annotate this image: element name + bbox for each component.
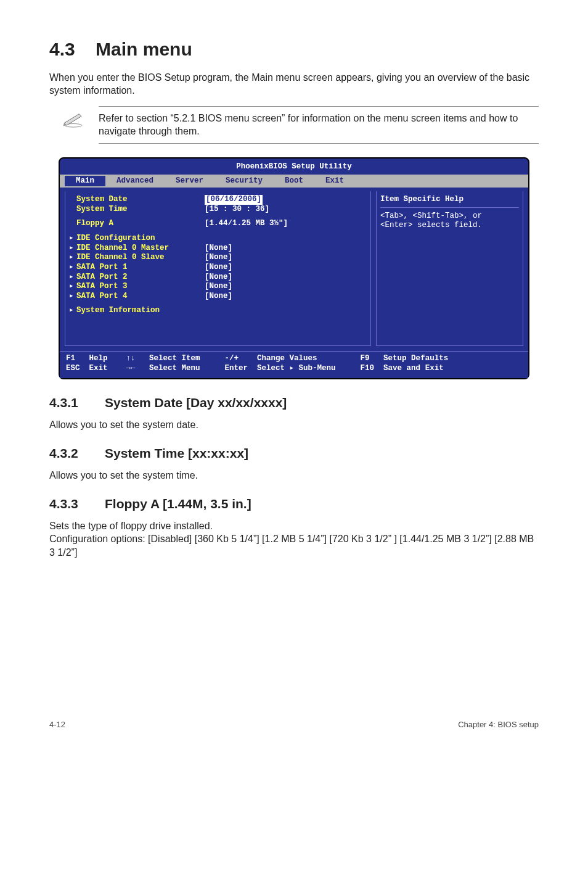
menu-tab-advanced[interactable]: Advanced bbox=[105, 176, 165, 187]
field-label[interactable]: SATA Port 1 bbox=[69, 263, 205, 273]
field-value[interactable]: [06/16/2006] bbox=[205, 195, 263, 205]
note-block: Refer to section “5.2.1 BIOS menu screen… bbox=[99, 106, 539, 144]
bios-key-bar: F1 Help ↑↓ Select Item ESC Exit →← Selec… bbox=[60, 351, 528, 378]
subsection-title: System Time [xx:xx:xx] bbox=[105, 446, 248, 460]
bios-help-panel: Item Specific Help <Tab>, <Shift-Tab>, o… bbox=[376, 191, 523, 346]
subsection-heading: 4.3.1System Date [Day xx/xx/xxxx] bbox=[49, 394, 539, 411]
section-heading: 4.3 Main menu bbox=[49, 37, 539, 62]
subsection-heading: 4.3.3Floppy A [1.44M, 3.5 in.] bbox=[49, 495, 539, 513]
menu-tab-boot[interactable]: Boot bbox=[274, 176, 314, 187]
menu-tab-server[interactable]: Server bbox=[165, 176, 214, 187]
field-value[interactable]: [None] bbox=[205, 244, 232, 254]
field-value[interactable]: [None] bbox=[205, 282, 232, 292]
menu-tab-main[interactable]: Main bbox=[65, 176, 105, 187]
section-number: 4.3 bbox=[49, 39, 75, 59]
subsection-title: Floppy A [1.44M, 3.5 in.] bbox=[105, 497, 251, 511]
field-value[interactable]: [None] bbox=[205, 263, 232, 273]
menu-tab-exit[interactable]: Exit bbox=[314, 176, 355, 187]
field-label[interactable]: Floppy A bbox=[69, 219, 205, 229]
field-label[interactable]: SATA Port 3 bbox=[69, 282, 205, 292]
field-label[interactable]: System Date bbox=[69, 195, 205, 205]
note-text: Refer to section “5.2.1 BIOS menu screen… bbox=[99, 112, 539, 138]
page-number: 4-12 bbox=[49, 719, 65, 730]
field-value[interactable]: [None] bbox=[205, 292, 232, 302]
intro-paragraph: When you enter the BIOS Setup program, t… bbox=[49, 71, 539, 97]
field-label[interactable]: System Time bbox=[69, 205, 205, 215]
field-label[interactable]: System Information bbox=[69, 306, 205, 316]
subsection-title: System Date [Day xx/xx/xxxx] bbox=[105, 395, 287, 410]
key-col-3: F9 Setup Defaults F10 Save and Exit bbox=[361, 354, 449, 373]
subsection-body: Allows you to set the system date. bbox=[49, 418, 539, 432]
chapter-label: Chapter 4: BIOS setup bbox=[458, 719, 539, 730]
field-label[interactable]: SATA Port 4 bbox=[69, 292, 205, 302]
field-value[interactable]: [1.44/1.25 MB 3½″] bbox=[205, 219, 288, 229]
field-value[interactable]: [None] bbox=[205, 273, 232, 283]
bios-screen: PhoenixBIOS Setup Utility MainAdvancedSe… bbox=[59, 157, 529, 380]
pencil-icon bbox=[62, 112, 85, 128]
subsection-number: 4.3.1 bbox=[49, 394, 105, 411]
subsection-number: 4.3.3 bbox=[49, 495, 105, 513]
menu-tab-security[interactable]: Security bbox=[214, 176, 274, 187]
subsection-heading: 4.3.2System Time [xx:xx:xx] bbox=[49, 445, 539, 462]
field-label[interactable]: IDE Channel 0 Slave bbox=[69, 253, 205, 263]
bios-fields-panel[interactable]: System Date[06/16/2006]System Time[15 : … bbox=[65, 191, 371, 346]
field-label[interactable]: SATA Port 2 bbox=[69, 273, 205, 283]
subsection-body: Sets the type of floppy drive installed.… bbox=[49, 519, 539, 559]
field-label[interactable]: IDE Channel 0 Master bbox=[69, 244, 205, 254]
section-title: Main menu bbox=[96, 39, 192, 59]
bios-menu-bar[interactable]: MainAdvancedServerSecurityBootExit bbox=[60, 175, 528, 188]
bios-title: PhoenixBIOS Setup Utility bbox=[60, 161, 528, 175]
key-col-1: F1 Help ↑↓ Select Item ESC Exit →← Selec… bbox=[66, 354, 200, 373]
field-label[interactable]: IDE Configuration bbox=[69, 234, 205, 244]
subsection-body: Allows you to set the system time. bbox=[49, 469, 539, 482]
page-footer: 4-12 Chapter 4: BIOS setup bbox=[49, 719, 539, 730]
field-value[interactable]: [15 : 30 : 36] bbox=[205, 205, 269, 215]
key-col-2: -/+ Change Values Enter Select ▸ Sub-Men… bbox=[225, 354, 336, 373]
subsection-number: 4.3.2 bbox=[49, 445, 105, 462]
help-body: <Tab>, <Shift-Tab>, or <Enter> selects f… bbox=[380, 212, 519, 231]
field-value[interactable]: [None] bbox=[205, 253, 232, 263]
help-title: Item Specific Help bbox=[380, 195, 519, 208]
